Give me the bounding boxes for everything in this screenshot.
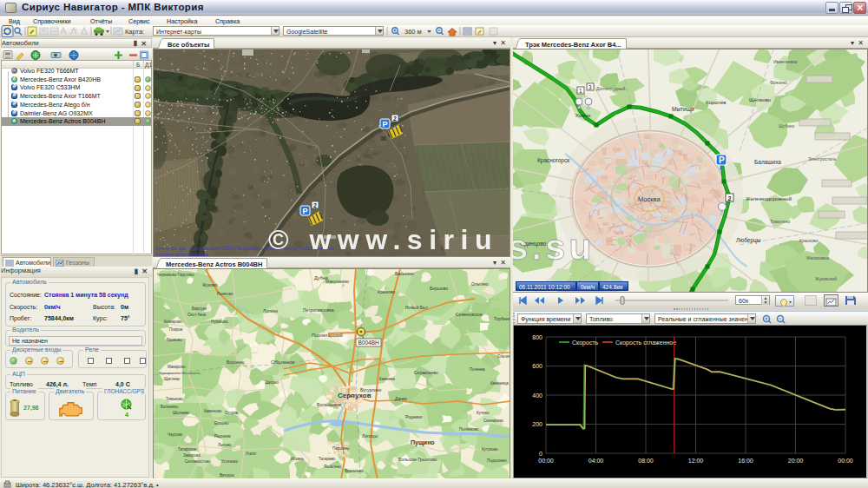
svg-text:Оболенск: Оболенск [271, 359, 294, 365]
svg-text:Условия использования: Условия использования [155, 252, 208, 257]
svg-text:Красногорск: Красногорск [537, 157, 569, 164]
svg-text:Данки: Данки [395, 396, 407, 401]
svg-text:Малаховка: Малаховка [806, 255, 829, 260]
svg-text:20:00: 20:00 [788, 458, 804, 464]
svg-text:800: 800 [532, 334, 542, 340]
svg-text:Мытищи: Мытищи [672, 106, 694, 113]
svg-text:Остров: Остров [225, 411, 239, 415]
svg-text:Подосинки: Подосинки [487, 458, 507, 463]
svg-text:Радоним: Радоним [214, 434, 231, 439]
svg-text:Королёв: Королёв [706, 100, 726, 105]
svg-text:Яковлево: Яковлево [324, 465, 342, 469]
svg-text:Татарское: Татарское [178, 447, 197, 452]
svg-text:Жуково: Жуково [202, 282, 218, 287]
svg-text:Чаусово: Чаусово [168, 432, 183, 437]
svg-text:Красково: Красково [799, 238, 819, 243]
svg-text:Большевик: Большевик [317, 402, 342, 407]
svg-text:Барсуки: Барсуки [192, 307, 207, 311]
svg-text:360 м: 360 м [404, 28, 422, 36]
svg-text:Окот-база: Окот-база [187, 313, 206, 317]
svg-text:Петропавловка: Петропавловка [303, 307, 334, 313]
svg-text:Родники: Родники [405, 414, 422, 419]
svg-text:Каменово: Каменово [204, 409, 222, 413]
svg-text:Новый Быт: Новый Быт [405, 305, 429, 310]
svg-text:Серпухов: Серпухов [338, 392, 372, 399]
svg-text:Бершово: Бершово [430, 286, 448, 291]
svg-text:Татарево: Татарево [319, 457, 336, 461]
svg-text:Громово: Громово [167, 338, 182, 342]
svg-text:Комарово: Комарово [164, 320, 182, 324]
svg-text:Тимьково: Тимьково [166, 397, 183, 401]
svg-text:Бутурлино: Бутурлино [360, 387, 382, 392]
svg-text:Кучино: Кучино [477, 411, 490, 415]
svg-text:Торбеево: Торбеево [494, 316, 510, 321]
svg-text:Манушкино: Манушкино [326, 279, 349, 284]
svg-text:Шолнево: Шолнево [173, 411, 189, 415]
svg-text:Скорость сглаженное: Скорость сглаженное [615, 340, 676, 346]
svg-text:Пущино: Пущино [411, 439, 435, 446]
svg-text:2: 2 [393, 115, 397, 122]
svg-text:Рыжково: Рыжково [217, 292, 233, 296]
svg-text:Покров: Покров [169, 327, 183, 332]
svg-text:Ершово: Ершово [214, 421, 229, 425]
svg-text:Заворово: Заворово [183, 453, 201, 458]
svg-text:200: 200 [532, 421, 542, 427]
svg-text:1: 1 [579, 88, 582, 94]
svg-text:08:00: 08:00 [638, 458, 654, 464]
svg-text:Шатово: Шатово [265, 380, 279, 385]
svg-text:Ольгино: Ольгино [497, 354, 510, 359]
svg-text:Крюково: Крюково [378, 289, 395, 294]
svg-text:Каменка: Каменка [379, 377, 395, 381]
svg-text:Кутуково: Кутуково [482, 447, 498, 452]
svg-text:Большое Грызлово: Большое Грызлово [398, 457, 437, 462]
svg-text:0: 0 [539, 451, 542, 457]
svg-text:600: 600 [532, 363, 542, 369]
svg-text:00:00: 00:00 [538, 458, 554, 464]
svg-text:Мамировская песчаность: Мамировская песчаность [159, 371, 200, 375]
svg-text:Полниково: Полниково [459, 427, 479, 432]
svg-text:Свинарево: Свинарево [483, 419, 503, 423]
svg-text:04:00: 04:00 [589, 458, 604, 464]
svg-text:Электросталь: Электросталь [808, 156, 837, 162]
svg-text:Ольгино: Ольгино [471, 281, 489, 287]
svg-text:3: 3 [589, 84, 592, 90]
svg-text:Томилино: Томилино [770, 219, 790, 224]
svg-text:Липицы: Липицы [362, 433, 378, 439]
svg-text:Вишалово: Вишалово [345, 469, 364, 473]
svg-text:© www.siriu: © www.siriu [268, 224, 498, 255]
svg-text:Лопино: Лопино [263, 308, 278, 313]
svg-text:2: 2 [313, 202, 317, 208]
svg-text:00:00: 00:00 [838, 458, 853, 464]
svg-text:Больнево: Больнево [161, 405, 179, 409]
svg-text:s.su: s.su [513, 227, 595, 267]
svg-text:Черниково-Гарутино: Черниково-Гарутино [157, 273, 194, 277]
svg-text:Балашиха: Балашиха [754, 159, 781, 165]
svg-text:B004BH: B004BH [358, 340, 380, 346]
svg-text:Семеновское: Семеновское [456, 312, 483, 317]
svg-text:Фрязино: Фрязино [770, 80, 787, 85]
svg-text:Пролетарский: Пролетарский [312, 333, 343, 338]
svg-text:2: 2 [728, 195, 732, 201]
svg-text:P: P [303, 207, 308, 215]
svg-text:Паршино: Паршино [332, 446, 350, 451]
svg-text:Селиверстово: Селиверстово [185, 459, 211, 464]
svg-text:Железнодорожный: Железнодорожный [746, 196, 792, 201]
svg-text:Васькино: Васькино [395, 271, 414, 276]
svg-text:Щёлково: Щёлково [749, 97, 772, 102]
svg-text:Угали: Угали [246, 452, 256, 456]
svg-text:Скорость: Скорость [572, 340, 599, 346]
svg-text:P: P [383, 120, 388, 129]
svg-text:Москва: Москва [638, 195, 661, 203]
svg-text:Искань: Искань [291, 457, 305, 461]
svg-text:Поченка: Поченка [470, 367, 485, 372]
svg-text:Нуриково: Нуриково [211, 320, 228, 324]
svg-text:Лытово: Лытово [218, 443, 232, 447]
svg-text:Макарово: Макарово [168, 365, 186, 369]
svg-text:Щаглево: Щаглево [164, 377, 181, 381]
svg-text:12:00: 12:00 [688, 458, 704, 464]
svg-text:Устиново: Устиново [221, 459, 239, 464]
svg-text:Вятское: Вятское [220, 473, 234, 478]
svg-text:P: P [719, 155, 725, 165]
svg-text:Сераксеево: Сераксеево [414, 370, 438, 375]
svg-text:Каменица: Каменица [490, 381, 509, 386]
